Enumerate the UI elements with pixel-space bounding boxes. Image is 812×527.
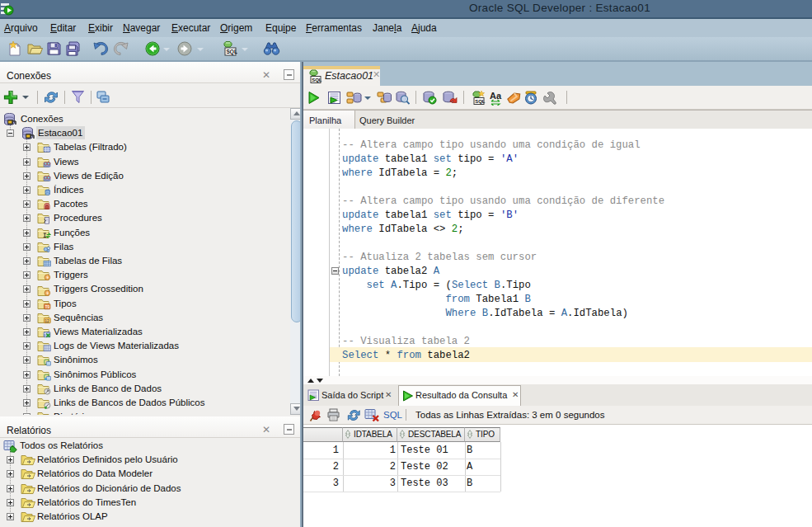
svg-text:SQL: SQL [312,78,322,82]
svg-text:T9: T9 [45,304,50,308]
svg-text:SQL: SQL [475,99,486,104]
svg-text:SQL: SQL [227,49,237,55]
svg-text:12: 12 [45,318,49,322]
svg-text:Aa: Aa [490,91,502,101]
